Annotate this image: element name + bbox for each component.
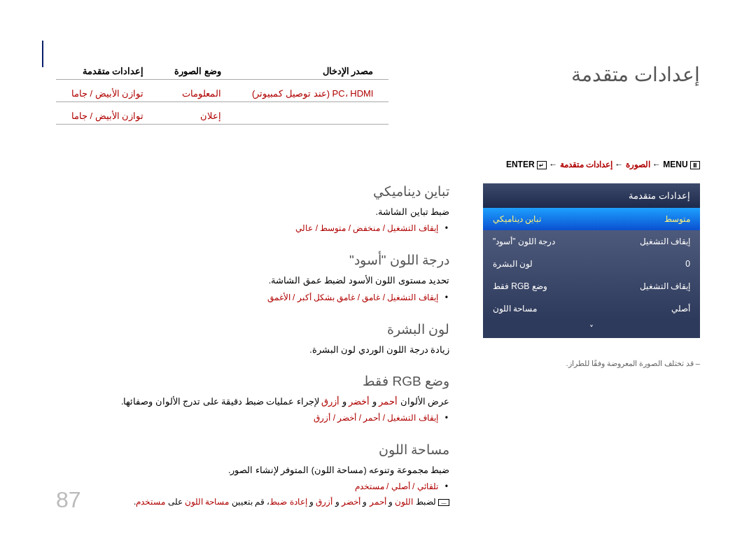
section-options: إيقاف التشغيل / غامق / غامق بشكل أكبر / … — [56, 289, 449, 306]
col-cell: المعلومات — [159, 85, 237, 102]
osd-value: إيقاف التشغيل — [640, 237, 690, 246]
osd-menu-row[interactable]: 0 لون البشرة — [483, 253, 700, 275]
section-dynamic-contrast: تباين ديناميكي ضبط تباين الشاشة. إيقاف ا… — [56, 183, 449, 237]
section-heading: مساحة اللون — [56, 442, 449, 458]
col-cell — [237, 108, 388, 125]
col-cell: PC، HDMI (عند توصيل كمبيوتر) — [237, 85, 388, 102]
section-rgb-only: وضع RGB فقط عرض الألوان أحمر و أخضر و أز… — [56, 373, 449, 426]
feature-table: مصدر الإدخال وضع الصورة إعدادات متقدمة P… — [56, 63, 388, 130]
osd-label: درجة اللون "أسود" — [493, 237, 555, 246]
section-heading: لون البشرة — [56, 321, 449, 337]
note-icon: — — [438, 499, 449, 506]
section-black-tone: درجة اللون "أسود" تحديد مستوى اللون الأس… — [56, 252, 449, 305]
page-title: إعدادات متقدمة — [571, 63, 700, 86]
osd-value: أصلي — [671, 304, 690, 314]
breadcrumb-menu: MENU — [663, 160, 687, 169]
section-text: زيادة درجة اللون الوردي لون البشرة. — [56, 343, 449, 358]
osd-menu-row[interactable]: إيقاف التشغيل درجة اللون "أسود" — [483, 230, 700, 253]
osd-menu-panel: إعدادات متقدمة متوسط تباين ديناميكي إيقا… — [483, 183, 700, 338]
breadcrumb-pic: الصورة — [626, 160, 650, 169]
osd-menu-header: إعدادات متقدمة — [483, 183, 700, 208]
section-text: ضبط مجموعة وتنوعه (مساحة اللون) المتوفر … — [56, 463, 449, 478]
osd-label: وضع RGB فقط — [493, 281, 547, 291]
section-text: عرض الألوان أحمر و أخضر و أزرق لإجراء عم… — [56, 395, 449, 409]
osd-value: متوسط — [664, 214, 690, 224]
col-cell: إعلان — [159, 108, 237, 125]
osd-value: 0 — [685, 259, 690, 269]
section-flesh-tone: لون البشرة زيادة درجة اللون الوردي لون ا… — [56, 321, 449, 358]
section-heading: تباين ديناميكي — [56, 183, 449, 199]
col-cell: توازن الأبيض / جاما — [56, 85, 159, 102]
section-color-space: مساحة اللون ضبط مجموعة وتنوعه (مساحة الل… — [56, 442, 449, 510]
section-text: ضبط تباين الشاشة. — [56, 205, 449, 220]
menu-icon: Ⅲ — [690, 161, 700, 169]
model-footnote: – قد تختلف الصورة المعروضة وفقًا للطراز. — [483, 359, 700, 368]
osd-value: إيقاف التشغيل — [640, 281, 690, 291]
page-content: إعدادات متقدمة مصدر الإدخال وضع الصورة إ… — [56, 63, 700, 525]
enter-icon: ↵ — [537, 161, 547, 169]
breadcrumb-adv: إعدادات متقدمة — [560, 160, 612, 169]
osd-menu-row[interactable]: أصلي مساحة اللون — [483, 297, 700, 320]
section-note: — لضبط اللون و أحمر و أخضر و أزرق و إعاد… — [56, 495, 449, 509]
page-number: 87 — [56, 487, 81, 513]
section-options: إيقاف التشغيل / منخفض / متوسط / عالي — [56, 220, 449, 237]
content-column: تباين ديناميكي ضبط تباين الشاشة. إيقاف ا… — [56, 183, 449, 525]
osd-menu-row-selected[interactable]: متوسط تباين ديناميكي — [483, 208, 700, 230]
osd-label: لون البشرة — [493, 259, 533, 269]
osd-label: مساحة اللون — [493, 304, 537, 314]
osd-label: تباين ديناميكي — [493, 214, 541, 224]
title-row: إعدادات متقدمة مصدر الإدخال وضع الصورة إ… — [56, 63, 700, 130]
osd-scroll-down[interactable]: ˅ — [483, 320, 700, 338]
menu-column: إعدادات متقدمة متوسط تباين ديناميكي إيقا… — [483, 183, 700, 525]
section-options: تلقائي / أصلي / مستخدم — [56, 478, 449, 495]
chevron-down-icon: ˅ — [589, 324, 594, 334]
section-heading: درجة اللون "أسود" — [56, 252, 449, 268]
osd-menu-row[interactable]: إيقاف التشغيل وضع RGB فقط — [483, 275, 700, 297]
breadcrumb: Ⅲ MENU ← الصورة ← إعدادات متقدمة ← ↵ ENT… — [56, 160, 700, 169]
section-options: إيقاف التشغيل / أحمر / أخضر / أزرق — [56, 409, 449, 426]
col-hdr-1: مصدر الإدخال — [237, 63, 388, 80]
side-rule — [42, 41, 43, 67]
section-text: تحديد مستوى اللون الأسود لضبط عمق الشاشة… — [56, 274, 449, 288]
col-hdr-3: إعدادات متقدمة — [56, 63, 159, 80]
section-heading: وضع RGB فقط — [56, 373, 449, 389]
breadcrumb-enter: ENTER — [506, 160, 535, 169]
col-cell: توازن الأبيض / جاما — [56, 108, 159, 125]
col-hdr-2: وضع الصورة — [159, 63, 237, 80]
